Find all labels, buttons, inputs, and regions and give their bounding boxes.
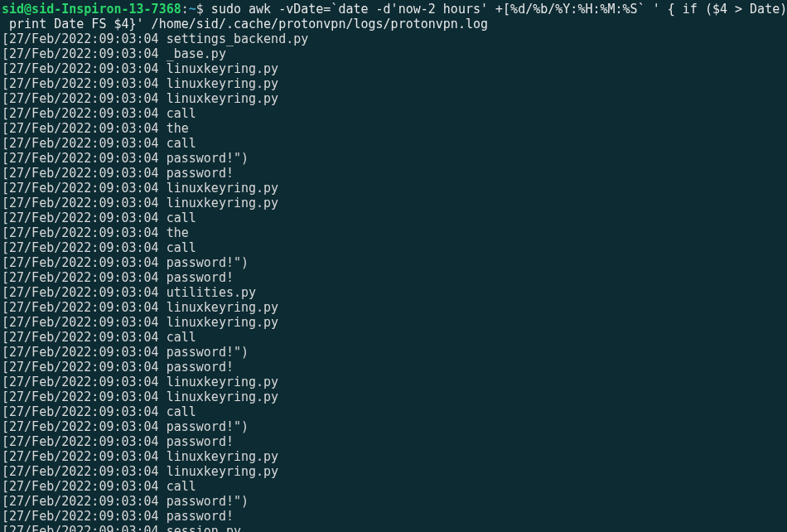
prompt-user-host: sid@sid-Inspiron-13-7368 <box>2 2 181 17</box>
prompt-dollar: $ <box>196 2 204 17</box>
prompt-separator: : <box>181 2 189 17</box>
terminal-output: [27/Feb/2022:09:03:04 settings_backend.p… <box>2 31 787 532</box>
command-line-1: sudo awk -vDate=`date -d'now-2 hours' +[… <box>204 2 787 17</box>
terminal-window[interactable]: sid@sid-Inspiron-13-7368:~$ sudo awk -vD… <box>0 0 787 532</box>
command-line-2: print Date FS $4}' /home/sid/.cache/prot… <box>2 17 488 31</box>
prompt-path: ~ <box>189 2 196 17</box>
